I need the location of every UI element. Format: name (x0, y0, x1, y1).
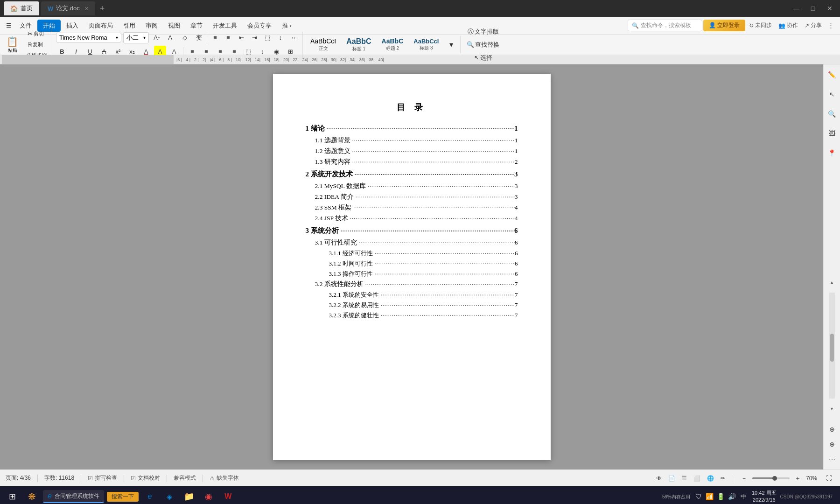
toc-entry-0: 1 绪论····································… (306, 124, 518, 133)
share-button[interactable]: ↗ 分享 (802, 21, 825, 30)
spell-check[interactable]: ☑ 拼写检查 (88, 474, 117, 482)
style-h3[interactable]: AaBbCcI 标题 3 (410, 37, 442, 53)
ie-app-icon: e (48, 492, 52, 500)
menu-view[interactable]: 视图 (163, 20, 185, 32)
fan-app[interactable]: ❋ (23, 488, 40, 504)
maximize-button[interactable]: □ (806, 2, 819, 15)
missing-font[interactable]: ⚠ 缺失字体 (210, 474, 239, 482)
collab-button[interactable]: 👥 协作 (776, 21, 801, 30)
antivirus-icon[interactable]: 🛡 (694, 492, 703, 501)
scroll-extra2[interactable]: ⊕ (826, 438, 839, 451)
toc-dots-8: ········································… (348, 215, 515, 222)
view-lang-button[interactable]: 🌐 (707, 475, 714, 482)
location-tool-button[interactable]: 📍 (826, 147, 839, 160)
toc-entry-16: 3.2.2 系统的易用性····························… (329, 301, 518, 309)
wifi-icon[interactable]: 📶 (705, 492, 714, 501)
scroll-thumb[interactable] (830, 334, 834, 362)
sort-button[interactable]: ⬚ (261, 32, 273, 44)
wps-app[interactable]: W (220, 488, 237, 504)
vip-login-button[interactable]: 👤 立即登录 (703, 20, 745, 31)
misc-app1[interactable]: ◉ (200, 488, 217, 504)
zoom-slider[interactable] (752, 477, 790, 479)
start-button[interactable]: ⊞ (4, 488, 21, 504)
copy-button[interactable]: ⎘ 复制 (22, 40, 49, 49)
toc-entry-6: 2.2 IDEA 简介·····························… (315, 193, 518, 201)
tab-doc[interactable]: W 论文.doc ✕ (41, 1, 95, 15)
toc-entry-3: 1.3 研究内容································… (315, 158, 518, 166)
view-outline-button[interactable]: ☰ (682, 475, 687, 482)
font-name-value: Times New Roma (59, 34, 107, 41)
style-h2[interactable]: AaBbC 标题 2 (378, 36, 407, 53)
text-layout-button[interactable]: Ⓐ 文字排版 (465, 26, 501, 37)
ie2-app[interactable]: e (141, 488, 158, 504)
list-ordered-button[interactable]: ≡ (222, 32, 234, 44)
scroll-extra3[interactable]: ⋯ (826, 453, 839, 466)
toc-text-12: 3.1.2 时间可行性 (329, 259, 373, 268)
zoom-in-button[interactable]: ＋ (792, 473, 803, 484)
font-size-selector[interactable]: 小二 ▾ (123, 32, 149, 43)
page-label: 页面: 4/36 (6, 474, 31, 482)
proofread[interactable]: ☑ 文档校对 (131, 474, 160, 482)
font-shrink-button[interactable]: A- (165, 32, 177, 44)
title-bar: 🏠 首页 W 论文.doc ✕ + — □ ✕ (0, 0, 840, 17)
change-case-button[interactable]: 变 (193, 32, 205, 44)
toc-entry-15: 3.2.1 系统的安全性····························… (329, 291, 518, 299)
tab-home[interactable]: 🏠 首页 (4, 1, 39, 15)
zoom-tool-button[interactable]: 🔍 (826, 107, 839, 120)
pencil-tool-button[interactable]: ✏️ (826, 68, 839, 81)
battery-icon[interactable]: 🔋 (716, 492, 726, 501)
minimize-button[interactable]: — (790, 2, 803, 15)
scroll-down-button[interactable]: ▼ (829, 405, 835, 413)
close-button[interactable]: ✕ (823, 2, 836, 15)
sync-button[interactable]: ↻ 未同步 (746, 21, 775, 30)
toc-text-13: 3.1.3 操作可行性 (329, 270, 373, 278)
menu-devtools[interactable]: 开发工具 (208, 20, 242, 32)
menu-insert[interactable]: 插入 (62, 20, 83, 32)
scroll-extra1[interactable]: ⊕ (826, 423, 839, 436)
folder-app[interactable]: 📁 (181, 488, 197, 504)
cut-button[interactable]: ✂ 剪切 (22, 29, 49, 39)
edit-mode-button[interactable]: ✏ (721, 475, 725, 482)
zoom-out-button[interactable]: － (739, 473, 749, 484)
view-print-button[interactable]: 👁 (656, 475, 662, 482)
edge-app[interactable]: ◈ (161, 488, 178, 504)
scroll-up-button[interactable]: ▲ (829, 279, 835, 286)
clear-format-button[interactable]: ◇ (179, 32, 191, 44)
volume-icon[interactable]: 🔊 (728, 492, 737, 501)
styles-dropdown[interactable]: ▾ (445, 39, 457, 51)
add-tab-button[interactable]: + (97, 4, 108, 14)
menu-more[interactable]: 推 › (277, 20, 296, 32)
menu-references[interactable]: 引用 (119, 20, 140, 32)
line-spacing-button[interactable]: ↕ (274, 32, 287, 44)
image-tool-button[interactable]: 🖼 (826, 127, 839, 140)
paste-label: 粘贴 (8, 47, 17, 54)
font-grow-button[interactable]: A+ (151, 32, 163, 44)
find-replace-button[interactable]: 🔍 查找替换 (464, 39, 502, 50)
view-web-button[interactable]: ⬜ (693, 475, 700, 482)
ie-app-browser[interactable]: e 合同管理系统软件 (43, 490, 104, 503)
menu-vip-features[interactable]: 会员专享 (243, 20, 276, 32)
toc-entry-2: 1.2 选题意义································… (315, 147, 518, 155)
style-normal[interactable]: AaBbCcI 正文 (307, 36, 340, 53)
menu-review[interactable]: 审阅 (141, 20, 162, 32)
style-h1[interactable]: AaBbC 标题 1 (343, 36, 375, 53)
doc-tab-close[interactable]: ✕ (84, 6, 89, 12)
document-scroll[interactable]: 目 录 1 绪论································… (0, 64, 823, 469)
view-page-button[interactable]: 📄 (668, 475, 675, 482)
paste-button[interactable]: 📋 粘贴 (4, 35, 21, 55)
font-name-selector[interactable]: Times New Roma ▾ (56, 33, 121, 42)
indent-decrease-button[interactable]: ⇤ (235, 32, 247, 44)
lang-icon[interactable]: 中 (739, 492, 748, 501)
menu-more-options[interactable]: ⋮ (826, 21, 836, 30)
indent-increase-button[interactable]: ⇥ (248, 32, 260, 44)
search-button[interactable]: 搜索一下 (107, 492, 139, 502)
home-tab-icon: 🏠 (10, 5, 18, 12)
paragraph-spacing-button[interactable]: ↔ (287, 32, 300, 44)
fullscreen-button[interactable]: ⛶ (824, 473, 834, 483)
list-unordered-button[interactable]: ≡ (209, 32, 221, 44)
menu-layout[interactable]: 页面布局 (84, 20, 118, 32)
clock-time: 10:42 周五 (752, 490, 777, 497)
menu-chapter[interactable]: 章节 (186, 20, 207, 32)
command-search[interactable]: 🔍 查找命令，搜索模板 (628, 20, 702, 31)
pointer-tool-button[interactable]: ↖ (826, 88, 839, 101)
